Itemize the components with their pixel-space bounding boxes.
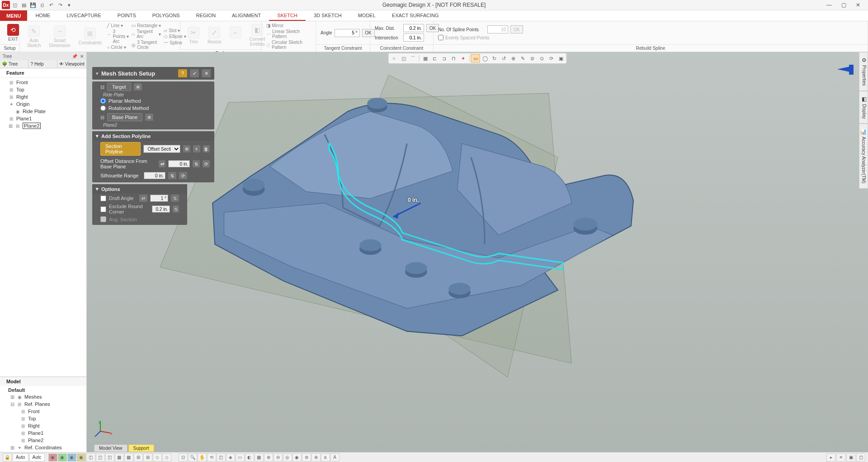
view-tool-3[interactable]: ⌒	[409, 54, 418, 62]
angle-input[interactable]	[335, 29, 360, 37]
target-select-icon[interactable]: ✲	[134, 83, 142, 90]
tree-item-right[interactable]: ⊞Right	[0, 93, 86, 100]
view-fit[interactable]: ⊡	[179, 453, 188, 462]
circular-pattern-tool[interactable]: ◌ Circular Sketch Pattern	[266, 40, 311, 50]
vis-11[interactable]: ⊞	[143, 453, 152, 462]
dialog-titlebar[interactable]: ▾ Mesh Sketch Setup ? ✓ ✕	[92, 67, 214, 80]
view-tool-11[interactable]: ↺	[500, 54, 509, 62]
status-r4[interactable]: ◫	[856, 453, 865, 462]
collapse-icon[interactable]: ▾	[96, 71, 99, 76]
delete-section-button[interactable]: 🗑	[203, 145, 210, 152]
status-auto2[interactable]: Autc	[29, 453, 45, 462]
pin-icon[interactable]: 📌	[72, 54, 77, 59]
tab-livecapture[interactable]: LIVECAPTURE	[58, 10, 109, 21]
view-x6[interactable]: ⊛	[311, 453, 321, 462]
collapse-icon[interactable]: ⊟	[100, 114, 104, 120]
planar-radio[interactable]	[100, 98, 106, 104]
model-item-rp-plane1[interactable]: ⊞Plane1	[0, 429, 86, 437]
view-tool-4[interactable]: ▦	[421, 54, 430, 62]
view-x3[interactable]: ◎	[283, 453, 292, 462]
tree-tab-help[interactable]: ?Help	[28, 60, 57, 68]
lock-icon[interactable]: 🔒	[3, 453, 12, 462]
vis-1[interactable]: ◉	[48, 453, 57, 462]
draft-angle-checkbox[interactable]	[100, 195, 106, 201]
spinner-icon[interactable]: ⇅	[173, 205, 179, 213]
qat-undo-icon[interactable]: ↶	[47, 1, 55, 9]
view-tool-15[interactable]: ⊙	[538, 54, 547, 62]
vis-12[interactable]: ◇	[153, 453, 162, 462]
view-rotate[interactable]: ⟲	[207, 453, 216, 462]
qat-redo-icon[interactable]: ↷	[56, 1, 64, 9]
flip-icon[interactable]: ⇄	[139, 195, 147, 202]
view-tool-9[interactable]: ◯	[481, 54, 490, 62]
vis-7[interactable]: ◫	[105, 453, 114, 462]
view-tool-2[interactable]: ◫	[399, 54, 408, 62]
tab-3dsketch[interactable]: 3D SKETCH	[306, 10, 350, 21]
expand-icon[interactable]: ⊞	[8, 123, 13, 129]
vis-4[interactable]: ◉	[77, 453, 86, 462]
view-tool-14[interactable]: ⊘	[528, 54, 537, 62]
baseplane-pill[interactable]: Base Plane	[107, 113, 142, 121]
inter-input[interactable]	[403, 33, 424, 42]
tangent-circle-tool[interactable]: ◎ 3 Tangent Circle	[132, 40, 161, 50]
line-tool[interactable]: ╱ Line ▾	[107, 23, 129, 28]
status-r1[interactable]: ▸	[826, 453, 835, 462]
view-tool-17[interactable]: ▣	[557, 54, 566, 62]
accuracy-bar[interactable]: 📊Accuracy Analyzer(TM)	[859, 124, 868, 188]
view-x1[interactable]: ⊕	[264, 453, 273, 462]
rotational-radio[interactable]	[100, 105, 106, 111]
maxdist-input[interactable]	[403, 24, 424, 32]
view-cube[interactable]: ◫	[217, 453, 226, 462]
tree-item-origin[interactable]: ✦Origin	[0, 100, 86, 108]
tab-home[interactable]: HOME	[27, 10, 58, 21]
tree-tab-tree[interactable]: 🌳Tree	[0, 60, 28, 68]
view-pan[interactable]: ✋	[198, 453, 207, 462]
view-tool-1[interactable]: ○	[390, 54, 399, 62]
close-panel-icon[interactable]: ✕	[80, 54, 84, 59]
tree-tab-viewpoint[interactable]: 👁Viewpoint	[57, 60, 86, 68]
qat-print-icon[interactable]: ⎙	[38, 1, 46, 9]
view-tool-5[interactable]: ⊏	[430, 54, 439, 62]
axis-gizmo[interactable]: x y	[94, 419, 112, 438]
maximize-button[interactable]: ▢	[838, 1, 849, 9]
spline-ok-button[interactable]: OK	[510, 25, 523, 33]
add-section-button[interactable]: +	[193, 145, 200, 152]
view-front[interactable]: ▭	[236, 453, 245, 462]
rectangle-tool[interactable]: ▭ Rectangle ▾	[132, 23, 161, 28]
draft-angle-input[interactable]	[150, 195, 168, 202]
apply-button[interactable]: ✓	[190, 69, 199, 77]
close-button[interactable]: ✕	[853, 1, 863, 9]
model-item-rp-top[interactable]: ⊞Top	[0, 415, 86, 422]
view-iso[interactable]: ◈	[226, 453, 235, 462]
resize-button[interactable]: ⤢Resize	[205, 26, 224, 45]
tab-points[interactable]: POINTS	[109, 10, 144, 21]
avg-section-checkbox[interactable]	[100, 216, 106, 222]
qat-dropdown-icon[interactable]: ▾	[65, 1, 73, 9]
vis-5[interactable]: ◫	[86, 453, 95, 462]
tab-exactsurfacing[interactable]: EXACT SURFACING	[384, 10, 447, 21]
arc-tool[interactable]: ⌒ 3 Points Arc ▾	[107, 29, 129, 44]
spinner-icon[interactable]: ⇅	[168, 172, 176, 179]
view-x8[interactable]: A	[330, 453, 340, 462]
spinner-icon[interactable]: ⇅	[171, 195, 179, 202]
tab-region[interactable]: REGION	[188, 10, 224, 21]
menu-button[interactable]: MENU	[0, 10, 27, 21]
spinner-icon[interactable]: ⇅	[193, 160, 200, 167]
tab-sketch[interactable]: SKETCH	[269, 10, 306, 21]
auto-sketch-button[interactable]: ✎ AutoSketch	[24, 24, 44, 49]
tab-model-view[interactable]: Model View	[94, 444, 127, 452]
vis-6[interactable]: ◫	[96, 453, 105, 462]
expand-icon[interactable]: ⊞	[10, 394, 14, 400]
trim-button[interactable]: ✂Trim	[185, 26, 202, 45]
view-shade[interactable]: ◐	[245, 453, 254, 462]
collapse-icon[interactable]: ⊟	[100, 84, 104, 90]
vis-8[interactable]: ▦	[115, 453, 124, 462]
view-tool-16[interactable]: ⟳	[547, 54, 556, 62]
spline-pts-input[interactable]	[487, 25, 508, 33]
view-tool-10[interactable]: ↻	[490, 54, 499, 62]
flip-icon[interactable]: ⇄	[159, 160, 166, 167]
dialog-close-button[interactable]: ✕	[202, 69, 211, 77]
model-item-default[interactable]: Default	[0, 387, 86, 393]
vis-9[interactable]: ▦	[124, 453, 133, 462]
view-zoom[interactable]: 🔍	[188, 453, 197, 462]
